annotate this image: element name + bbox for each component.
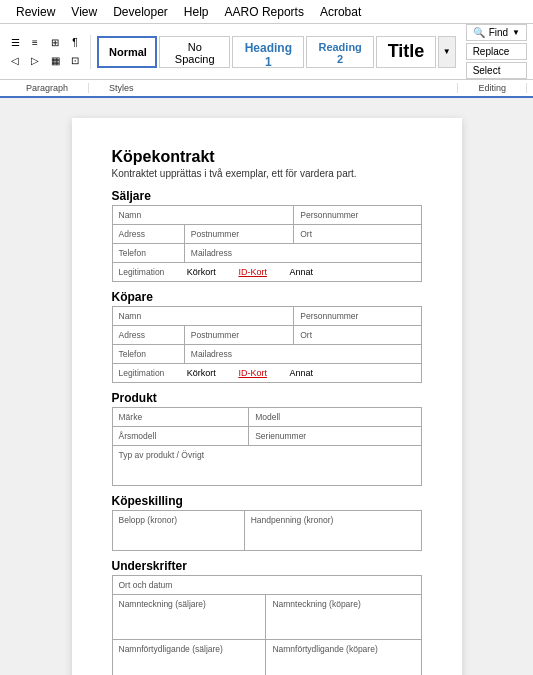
kopare-annat-label: Annat [289, 368, 313, 378]
table-row: Legitimation Körkort ID-Kort Annat [112, 263, 421, 282]
produkt-typ-cell: Typ av produkt / Övrigt [112, 446, 421, 486]
document-area: Köpekontrakt Kontraktet upprättas i två … [0, 98, 533, 675]
saljare-telefon-cell: Telefon [112, 244, 184, 263]
list-bullet-icon[interactable]: ☰ [6, 35, 24, 51]
ribbon: ☰ ≡ ⊞ ¶ ◁ ▷ ▦ ⊡ Normal No Spacing Headin… [0, 24, 533, 80]
kopare-adress-cell: Adress [112, 326, 184, 345]
search-icon: 🔍 [473, 27, 485, 38]
table-row: Typ av produkt / Övrigt [112, 446, 421, 486]
find-dropdown-icon: ▼ [512, 28, 520, 37]
namnfortydligande-saljare-cell: Namnförtydligande (säljare) [112, 640, 266, 676]
namnteckning-kopare-cell: Namnteckning (köpare) [266, 595, 421, 640]
table-row: Legitimation Körkort ID-Kort Annat [112, 364, 421, 383]
underskrifter-table: Ort och datum Namnteckning (säljare) Nam… [112, 575, 422, 675]
multilevel-list-icon[interactable]: ⊞ [46, 35, 64, 51]
styles-expand-btn[interactable]: ▼ [438, 36, 456, 68]
menu-aaro[interactable]: AARO Reports [217, 3, 312, 21]
saljare-adress-cell: Adress [112, 225, 184, 244]
table-row: Ort och datum [112, 576, 421, 595]
style-no-spacing-btn[interactable]: No Spacing [159, 36, 230, 68]
para-mark-icon[interactable]: ¶ [66, 35, 84, 51]
kopare-mail-cell: Mailadress [184, 345, 421, 364]
document-page: Köpekontrakt Kontraktet upprättas i två … [72, 118, 462, 675]
editing-section: 🔍 Find ▼ Replace Select [460, 24, 527, 79]
saljare-table: Namn Personnummer Adress Postnummer Ort … [112, 205, 422, 282]
produkt-table: Märke Modell Årsmodell Serienummer Typ a… [112, 407, 422, 486]
saljare-idkort-label: ID-Kort [238, 267, 267, 277]
doc-subtitle: Kontraktet upprättas i två exemplar, ett… [112, 168, 422, 179]
table-row: Belopp (kronor) Handpenning (kronor) [112, 511, 421, 551]
saljare-namn-cell: Namn [112, 206, 294, 225]
produkt-serienummer-cell: Serienummer [249, 427, 421, 446]
saljare-heading: Säljare [112, 189, 422, 203]
kopare-idkort-label: ID-Kort [238, 368, 267, 378]
list-number-icon[interactable]: ≡ [26, 35, 44, 51]
namnfortydligande-kopare-cell: Namnförtydligande (köpare) [266, 640, 421, 676]
indent-decrease-icon[interactable]: ◁ [6, 53, 24, 69]
kopeskilling-belopp-cell: Belopp (kronor) [112, 511, 244, 551]
paragraph-icons-section: ☰ ≡ ⊞ ¶ ◁ ▷ ▦ ⊡ [6, 35, 91, 69]
doc-title: Köpekontrakt [112, 148, 422, 166]
kopare-table: Namn Personnummer Adress Postnummer Ort … [112, 306, 422, 383]
saljare-mail-cell: Mailadress [184, 244, 421, 263]
find-btn[interactable]: 🔍 Find ▼ [466, 24, 527, 41]
produkt-modell-cell: Modell [249, 408, 421, 427]
menu-review[interactable]: Review [8, 3, 63, 21]
kopare-heading: Köpare [112, 290, 422, 304]
kopeskilling-heading: Köpeskilling [112, 494, 422, 508]
style-heading2-btn[interactable]: Reading 2 [306, 36, 374, 68]
menu-bar: Review View Developer Help AARO Reports … [0, 0, 533, 24]
table-row: Märke Modell [112, 408, 421, 427]
namnteckning-saljare-cell: Namnteckning (säljare) [112, 595, 266, 640]
kopare-personnummer-cell: Personnummer [294, 307, 421, 326]
editing-label: Editing [458, 83, 527, 93]
menu-view[interactable]: View [63, 3, 105, 21]
kopare-postnummer-cell: Postnummer [184, 326, 293, 345]
style-normal-btn[interactable]: Normal [97, 36, 157, 68]
border-icon[interactable]: ⊡ [66, 53, 84, 69]
saljare-leg-cell: Legitimation Körkort ID-Kort Annat [112, 263, 421, 282]
menu-acrobat[interactable]: Acrobat [312, 3, 369, 21]
ort-datum-cell: Ort och datum [112, 576, 421, 595]
produkt-marke-cell: Märke [112, 408, 249, 427]
shading-icon[interactable]: ▦ [46, 53, 64, 69]
paragraph-icons-row1: ☰ ≡ ⊞ ¶ [6, 35, 84, 51]
select-btn[interactable]: Select [466, 62, 527, 79]
produkt-heading: Produkt [112, 391, 422, 405]
underskrifter-heading: Underskrifter [112, 559, 422, 573]
kopeskilling-handpenning-cell: Handpenning (kronor) [244, 511, 421, 551]
saljare-personnummer-cell: Personnummer [294, 206, 421, 225]
table-row: Årsmodell Serienummer [112, 427, 421, 446]
paragraph-label: Paragraph [6, 83, 89, 93]
ribbon-labels: Paragraph Styles Editing [0, 80, 533, 98]
table-row: Adress Postnummer Ort [112, 326, 421, 345]
table-row: Namn Personnummer [112, 307, 421, 326]
saljare-ort-cell: Ort [294, 225, 421, 244]
kopare-ort-cell: Ort [294, 326, 421, 345]
table-row: Adress Postnummer Ort [112, 225, 421, 244]
kopare-telefon-cell: Telefon [112, 345, 184, 364]
saljare-korkort-label: Körkort [187, 267, 216, 277]
paragraph-icons-row2: ◁ ▷ ▦ ⊡ [6, 53, 84, 69]
kopare-namn-cell: Namn [112, 307, 294, 326]
replace-btn[interactable]: Replace [466, 43, 527, 60]
saljare-annat-label: Annat [289, 267, 313, 277]
table-row: Namnförtydligande (säljare) Namnförtydli… [112, 640, 421, 676]
table-row: Namnteckning (säljare) Namnteckning (köp… [112, 595, 421, 640]
kopare-leg-cell: Legitimation Körkort ID-Kort Annat [112, 364, 421, 383]
style-heading1-btn[interactable]: Heading 1 [232, 36, 304, 68]
kopare-korkort-label: Körkort [187, 368, 216, 378]
table-row: Telefon Mailadress [112, 244, 421, 263]
styles-section: Normal No Spacing Heading 1 Reading 2 Ti… [97, 36, 456, 68]
indent-increase-icon[interactable]: ▷ [26, 53, 44, 69]
style-title-btn[interactable]: Title [376, 36, 436, 68]
table-row: Namn Personnummer [112, 206, 421, 225]
kopeskilling-table: Belopp (kronor) Handpenning (kronor) [112, 510, 422, 551]
menu-developer[interactable]: Developer [105, 3, 176, 21]
menu-help[interactable]: Help [176, 3, 217, 21]
produkt-arsmodell-cell: Årsmodell [112, 427, 249, 446]
saljare-postnummer-cell: Postnummer [184, 225, 293, 244]
table-row: Telefon Mailadress [112, 345, 421, 364]
styles-label: Styles [89, 83, 458, 93]
